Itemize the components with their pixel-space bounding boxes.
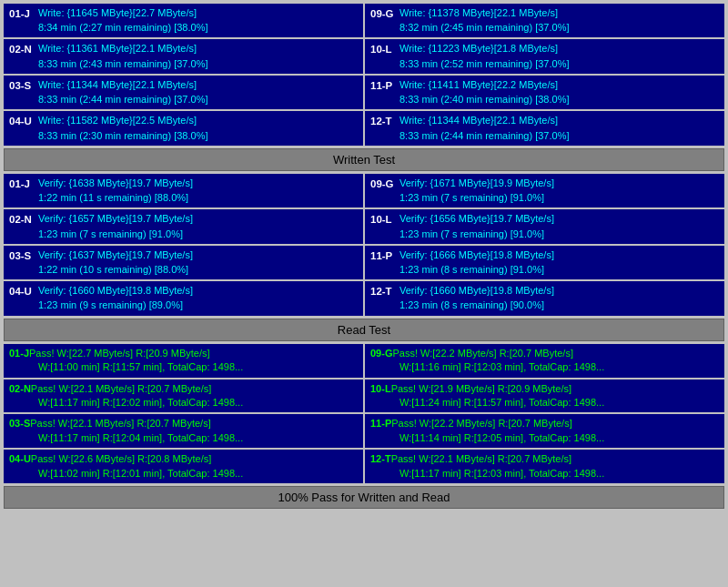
cell-row: 09-G Verify: {1671 MByte}[19.9 MByte/s] xyxy=(370,177,719,191)
main-container: 01-J Write: {11645 MByte}[22.7 MByte/s] … xyxy=(0,0,728,512)
cell-id: 11-P xyxy=(370,248,399,263)
write-cell-left: 02-N Write: {11361 MByte}[22.1 MByte/s] … xyxy=(4,39,363,73)
cell-row: 01-J Pass! W:[22.7 MByte/s] R:[20.9 MByt… xyxy=(9,347,358,360)
write-cell-right: 12-T Write: {11344 MByte}[22.1 MByte/s] … xyxy=(365,111,724,145)
write-cell-left: 02-N Verify: {1657 MByte}[19.7 MByte/s] … xyxy=(4,209,363,243)
cell-line2: W:[11:24 min] R:[11:57 min], TotalCap: 1… xyxy=(399,396,604,410)
write-test-section: 01-J Write: {11645 MByte}[22.7 MByte/s] … xyxy=(4,4,724,146)
cell-id: 03-S xyxy=(9,248,38,263)
cell-id: 01-J xyxy=(9,347,29,360)
cell-row: 12-T Verify: {1660 MByte}[19.8 MByte/s] xyxy=(370,284,719,299)
cell-row: 03-S Verify: {1637 MByte}[19.7 MByte/s] xyxy=(9,248,358,263)
write-cell-left: 03-S Write: {11344 MByte}[22.1 MByte/s] … xyxy=(4,76,363,109)
cell-row2: 8:33 min (2:52 min remaining) [37.0%] xyxy=(370,57,719,71)
cell-id: 02-N xyxy=(9,382,31,396)
cell-id: 12-T xyxy=(370,284,399,299)
cell-id: 02-N xyxy=(9,42,38,56)
cell-line2: 1:22 min (11 s remaining) [88.0%] xyxy=(38,191,188,205)
write-cell-right: 11-P Verify: {1666 MByte}[19.8 MByte/s] … xyxy=(365,246,724,279)
cell-line2: W:[11:17 min] R:[12:02 min], TotalCap: 1… xyxy=(38,396,243,410)
cell-row2: 12-T W:[11:17 min] R:[12:03 min], TotalC… xyxy=(370,467,719,481)
cell-row: 01-J Verify: {1638 MByte}[19.7 MByte/s] xyxy=(9,177,358,191)
cell-row2: 1:23 min (8 s remaining) [90.0%] xyxy=(370,299,719,312)
cell-id: 09-G xyxy=(370,6,399,21)
pass-cell-left: 03-S Pass! W:[22.1 MByte/s] R:[20.7 MByt… xyxy=(4,414,363,448)
cell-line2: 8:33 min (2:52 min remaining) [37.0%] xyxy=(399,57,569,71)
cell-id: 09-G xyxy=(370,347,392,360)
cell-line1: Write: {11378 MByte}[22.1 MByte/s] xyxy=(399,6,558,20)
cell-id: 02-N xyxy=(9,212,38,227)
cell-row: 11-P Write: {11411 MByte}[22.2 MByte/s] xyxy=(370,78,719,93)
cell-line2: 1:23 min (7 s remaining) [91.0%] xyxy=(38,228,183,241)
write-cell-left: 01-J Write: {11645 MByte}[22.7 MByte/s] … xyxy=(4,4,363,37)
pass-cell-left: 01-J Pass! W:[22.7 MByte/s] R:[20.9 MByt… xyxy=(4,344,363,378)
cell-line1: Write: {11344 MByte}[22.1 MByte/s] xyxy=(38,78,197,92)
cell-row: 02-N Verify: {1657 MByte}[19.7 MByte/s] xyxy=(9,212,358,227)
cell-id: 04-U xyxy=(9,284,38,299)
cell-line2: 1:23 min (7 s remaining) [91.0%] xyxy=(399,191,544,205)
cell-row2: 8:33 min (2:30 min remaining) [38.0%] xyxy=(9,129,358,143)
cell-row2: 8:32 min (2:45 min remaining) [37.0%] xyxy=(370,21,719,35)
write-cell-right: 09-G Write: {11378 MByte}[22.1 MByte/s] … xyxy=(365,4,724,37)
cell-line1: Verify: {1666 MByte}[19.8 MByte/s] xyxy=(399,248,554,262)
read-test-section: 01-J Pass! W:[22.7 MByte/s] R:[20.9 MByt… xyxy=(4,344,724,483)
cell-line1: Verify: {1660 MByte}[19.8 MByte/s] xyxy=(38,284,193,298)
cell-row: 04-U Write: {11582 MByte}[22.5 MByte/s] xyxy=(9,114,358,128)
cell-line1: Pass! W:[22.6 MByte/s] R:[20.8 MByte/s] xyxy=(31,452,211,466)
cell-row: 09-G Write: {11378 MByte}[22.1 MByte/s] xyxy=(370,6,719,21)
cell-line2: 1:23 min (9 s remaining) [89.0%] xyxy=(38,299,183,312)
cell-row2: 8:34 min (2:27 min remaining) [38.0%] xyxy=(9,21,358,35)
cell-row: 04-U Verify: {1660 MByte}[19.8 MByte/s] xyxy=(9,284,358,299)
cell-row2: 8:33 min (2:40 min remaining) [38.0%] xyxy=(370,93,719,106)
read-test-header: Read Test xyxy=(4,319,724,341)
cell-row2: 1:23 min (9 s remaining) [89.0%] xyxy=(9,299,358,312)
cell-line1: Pass! W:[22.1 MByte/s] R:[20.7 MByte/s] xyxy=(30,417,210,430)
pass-cell-right: 10-L Pass! W:[21.9 MByte/s] R:[20.9 MByt… xyxy=(365,380,724,413)
write-cell-left: 03-S Verify: {1637 MByte}[19.7 MByte/s] … xyxy=(4,246,363,279)
cell-line1: Write: {11223 MByte}[21.8 MByte/s] xyxy=(399,42,558,56)
cell-row: 03-S Pass! W:[22.1 MByte/s] R:[20.7 MByt… xyxy=(9,417,358,430)
cell-line2: W:[11:02 min] R:[12:01 min], TotalCap: 1… xyxy=(38,467,243,481)
cell-row2: 1:22 min (10 s remaining) [88.0%] xyxy=(9,263,358,277)
write-cell-right: 09-G Verify: {1671 MByte}[19.9 MByte/s] … xyxy=(365,174,724,207)
cell-line1: Pass! W:[22.1 MByte/s] R:[20.7 MByte/s] xyxy=(391,452,571,466)
write-cell-left: 04-U Verify: {1660 MByte}[19.8 MByte/s] … xyxy=(4,281,363,315)
cell-line1: Verify: {1638 MByte}[19.7 MByte/s] xyxy=(38,177,193,190)
cell-line2: W:[11:16 min] R:[12:03 min], TotalCap: 1… xyxy=(399,360,604,374)
cell-row2: 01-J W:[11:00 min] R:[11:57 min], TotalC… xyxy=(9,360,358,374)
cell-line2: W:[11:17 min] R:[12:03 min], TotalCap: 1… xyxy=(399,467,604,481)
cell-line2: 1:23 min (8 s remaining) [90.0%] xyxy=(399,299,544,312)
cell-line2: 1:23 min (7 s remaining) [91.0%] xyxy=(399,228,544,241)
cell-row: 01-J Write: {11645 MByte}[22.7 MByte/s] xyxy=(9,6,358,21)
cell-line2: 1:22 min (10 s remaining) [88.0%] xyxy=(38,263,188,277)
cell-line1: Pass! W:[21.9 MByte/s] R:[20.9 MByte/s] xyxy=(391,382,571,396)
pass-cell-right: 09-G Pass! W:[22.2 MByte/s] R:[20.7 MByt… xyxy=(365,344,724,378)
cell-line1: Verify: {1657 MByte}[19.7 MByte/s] xyxy=(38,212,193,226)
verify-test-grid: 01-J Verify: {1638 MByte}[19.7 MByte/s] … xyxy=(4,174,724,316)
cell-row: 09-G Pass! W:[22.2 MByte/s] R:[20.7 MByt… xyxy=(370,347,719,360)
cell-line2: W:[11:14 min] R:[12:05 min], TotalCap: 1… xyxy=(399,431,604,445)
cell-row2: 1:23 min (7 s remaining) [91.0%] xyxy=(370,191,719,205)
cell-line1: Verify: {1660 MByte}[19.8 MByte/s] xyxy=(399,284,554,298)
cell-id: 03-S xyxy=(9,417,30,430)
write-cell-right: 12-T Verify: {1660 MByte}[19.8 MByte/s] … xyxy=(365,281,724,315)
cell-line2: 8:32 min (2:45 min remaining) [37.0%] xyxy=(399,21,569,35)
cell-line1: Pass! W:[22.2 MByte/s] R:[20.7 MByte/s] xyxy=(391,417,571,430)
cell-row: 11-P Pass! W:[22.2 MByte/s] R:[20.7 MByt… xyxy=(370,417,719,430)
cell-id: 10-L xyxy=(370,382,391,396)
pass-cell-left: 04-U Pass! W:[22.6 MByte/s] R:[20.8 MByt… xyxy=(4,450,363,483)
cell-id: 01-J xyxy=(9,6,38,21)
cell-line2: 8:33 min (2:44 min remaining) [37.0%] xyxy=(399,129,569,143)
cell-line1: Pass! W:[22.7 MByte/s] R:[20.9 MByte/s] xyxy=(29,347,209,360)
cell-row: 10-L Write: {11223 MByte}[21.8 MByte/s] xyxy=(370,42,719,56)
cell-id: 01-J xyxy=(9,177,38,191)
cell-line1: Verify: {1637 MByte}[19.7 MByte/s] xyxy=(38,248,193,262)
cell-row2: 1:22 min (11 s remaining) [88.0%] xyxy=(9,191,358,205)
pass-cell-right: 12-T Pass! W:[22.1 MByte/s] R:[20.7 MByt… xyxy=(365,450,724,483)
cell-row: 02-N Pass! W:[22.1 MByte/s] R:[20.7 MByt… xyxy=(9,382,358,396)
cell-id: 10-L xyxy=(370,42,399,56)
cell-row2: 1:23 min (7 s remaining) [91.0%] xyxy=(370,228,719,241)
cell-line1: Pass! W:[22.1 MByte/s] R:[20.7 MByte/s] xyxy=(31,382,211,396)
cell-line1: Write: {11582 MByte}[22.5 MByte/s] xyxy=(38,114,197,127)
cell-row: 12-T Write: {11344 MByte}[22.1 MByte/s] xyxy=(370,114,719,128)
